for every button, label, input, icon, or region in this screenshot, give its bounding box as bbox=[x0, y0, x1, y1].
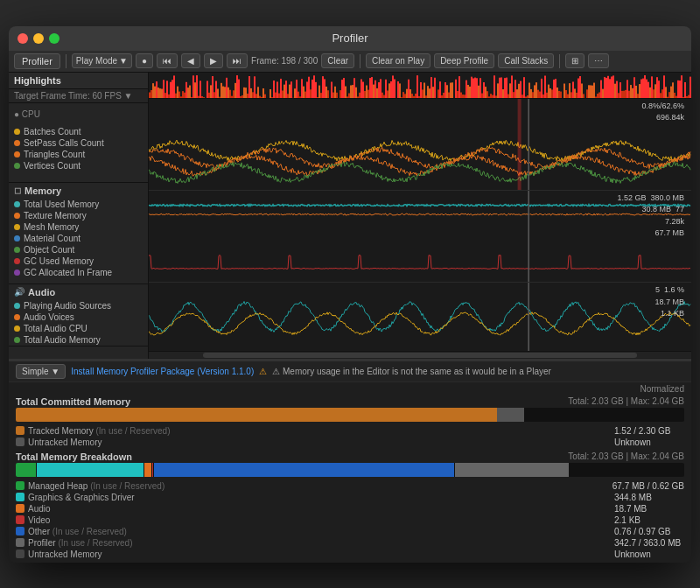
metric-audio-cpu[interactable]: Total Audio CPU bbox=[9, 323, 148, 334]
metric-texture[interactable]: Texture Memory bbox=[9, 210, 148, 221]
metric-gc-frame[interactable]: GC Allocated In Frame bbox=[9, 267, 148, 278]
breakdown-bar-bg bbox=[16, 463, 684, 477]
audio-section: 🔊 Audio Playing Audio Sources Audio Voic… bbox=[9, 284, 148, 346]
committed-title-row: Total Committed Memory Total: 2.03 GB | … bbox=[9, 396, 691, 408]
maximize-button[interactable] bbox=[49, 33, 60, 44]
profiler-tab[interactable]: Profiler bbox=[14, 53, 60, 69]
untracked-breakdown-row: Untracked Memory Unknown bbox=[9, 549, 691, 560]
triangles-label: Triangles Count bbox=[24, 150, 85, 159]
untracked-bd-color bbox=[16, 550, 24, 558]
profiler-color bbox=[16, 538, 24, 547]
more-btn[interactable]: ⋯ bbox=[588, 53, 609, 68]
breakdown-bar-fill bbox=[16, 463, 684, 477]
next-frame-btn[interactable]: ⏭ bbox=[227, 53, 248, 68]
triangles-dot bbox=[14, 151, 20, 158]
metric-vertices[interactable]: Vertices Count bbox=[9, 160, 148, 172]
layout-btn[interactable]: ⊞ bbox=[565, 53, 584, 68]
tracked-sublabel: (In use / Reserved) bbox=[95, 426, 170, 436]
profiler-sublabel: (In use / Reserved) bbox=[58, 538, 132, 548]
target-frame[interactable]: Target Frame Time: 60 FPS ▼ bbox=[9, 89, 148, 103]
minimize-button[interactable] bbox=[33, 33, 44, 44]
material-label: Material Count bbox=[24, 234, 80, 243]
memory-canvas bbox=[149, 191, 691, 282]
audio-header: 🔊 Audio bbox=[9, 284, 148, 300]
chart-scrollbar[interactable] bbox=[149, 351, 691, 358]
graphics-row: Graphics & Graphics Driver 344.8 MB bbox=[9, 492, 691, 503]
vertices-label: Vertices Count bbox=[24, 161, 80, 171]
setpass-label: SetPass Calls Count bbox=[24, 138, 104, 148]
simple-dropdown[interactable]: Simple ▼ bbox=[16, 364, 66, 379]
gc-frame-label: GC Allocated In Frame bbox=[24, 268, 112, 277]
metric-setpass[interactable]: SetPass Calls Count bbox=[9, 137, 148, 149]
profiler-label: Profiler (In use / Reserved) bbox=[28, 538, 611, 548]
other-bar bbox=[154, 463, 455, 477]
memory-section: ◻ Memory Total Used Memory Texture Memor… bbox=[9, 183, 148, 284]
play-mode-dropdown[interactable]: Play Mode ▼ bbox=[72, 53, 132, 68]
managed-heap-value: 67.7 MB / 0.62 GB bbox=[612, 481, 684, 491]
untracked-color bbox=[16, 438, 24, 446]
vertices-dot bbox=[14, 163, 20, 169]
video-row: Video 2.1 KB bbox=[9, 514, 691, 526]
metric-material[interactable]: Material Count bbox=[9, 233, 148, 244]
metric-audio-memory[interactable]: Total Audio Memory bbox=[9, 334, 148, 346]
breakdown-total: Total: 2.03 GB | Max: 2.04 GB bbox=[568, 452, 684, 461]
toolbar-separator-3 bbox=[559, 54, 560, 68]
record-btn[interactable]: ● bbox=[136, 53, 153, 68]
clear-btn[interactable]: Clear bbox=[321, 53, 354, 68]
metric-object[interactable]: Object Count bbox=[9, 244, 148, 256]
install-label[interactable]: Install Memory Profiler Package (Version… bbox=[71, 367, 254, 376]
call-stacks-btn[interactable]: Call Stacks bbox=[498, 53, 554, 68]
audio-bar bbox=[144, 463, 151, 477]
profiler-label-text: Profiler bbox=[28, 538, 56, 548]
prev-frame-btn[interactable]: ⏮ bbox=[157, 53, 178, 68]
audio-sources-label: Playing Audio Sources bbox=[24, 301, 111, 311]
metric-mesh[interactable]: Mesh Memory bbox=[9, 221, 148, 233]
normalized-label: Normalized bbox=[640, 384, 684, 394]
metric-audio-voices[interactable]: Audio Voices bbox=[9, 312, 148, 323]
audio-sources-dot bbox=[14, 303, 20, 309]
committed-bar-fill bbox=[16, 408, 684, 422]
step-fwd-btn[interactable]: ▶ bbox=[204, 53, 223, 68]
tracked-label: Tracked Memory (In use / Reserved) bbox=[28, 426, 611, 436]
profiler-row: Profiler (In use / Reserved) 342.7 / 363… bbox=[9, 537, 691, 549]
metric-triangles[interactable]: Triangles Count bbox=[9, 149, 148, 160]
audio-breakdown-color bbox=[16, 504, 24, 513]
other-row: Other (In use / Reserved) 0.76 / 0.97 GB bbox=[9, 526, 691, 537]
video-label: Video bbox=[28, 515, 611, 525]
profiler-window: Profiler Profiler Play Mode ▼ ● ⏮ ◀ ▶ ⏭ … bbox=[9, 26, 691, 563]
other-label: Other (In use / Reserved) bbox=[28, 527, 611, 536]
deep-profile-btn[interactable]: Deep Profile bbox=[434, 53, 494, 68]
metric-batches[interactable]: Batches Count bbox=[9, 126, 148, 137]
chart-panels: 0.8%/62.6% 696.84k 1.52 GB 380.0 MB 30.8… bbox=[149, 73, 691, 359]
breakdown-bar bbox=[9, 463, 691, 480]
audio-title: Audio bbox=[28, 287, 55, 298]
memory-header: ◻ Memory bbox=[9, 183, 148, 199]
managed-heap-bar bbox=[16, 463, 36, 477]
chart-scrollbar-thumb[interactable] bbox=[203, 353, 637, 358]
mesh-label: Mesh Memory bbox=[24, 222, 79, 232]
total-memory-dot bbox=[14, 201, 20, 207]
audio-cpu-dot bbox=[14, 326, 20, 332]
other-color bbox=[16, 527, 24, 536]
audio-canvas bbox=[149, 283, 691, 351]
audio-icon: 🔊 bbox=[14, 287, 24, 297]
other-sublabel: (In use / Reserved) bbox=[52, 527, 127, 536]
committed-total: Total: 2.03 GB | Max: 2.04 GB bbox=[568, 396, 684, 406]
memory-title: Memory bbox=[24, 186, 61, 196]
graphics-color bbox=[16, 493, 24, 501]
gc-used-label: GC Used Memory bbox=[24, 256, 94, 266]
clear-on-play-btn[interactable]: Clear on Play bbox=[366, 53, 430, 68]
audio-annotations: 5 1.6 % 18.7 MB 1.1 KB bbox=[654, 284, 684, 320]
total-memory-label: Total Used Memory bbox=[24, 200, 99, 209]
step-back-btn[interactable]: ◀ bbox=[181, 53, 200, 68]
memory-icon: ◻ bbox=[14, 186, 21, 195]
timeline-strip bbox=[149, 73, 691, 99]
close-button[interactable] bbox=[18, 33, 28, 44]
metric-total-memory[interactable]: Total Used Memory bbox=[9, 199, 148, 210]
metric-gc-used[interactable]: GC Used Memory bbox=[9, 256, 148, 267]
gc-frame-dot bbox=[14, 270, 20, 276]
main-area: Highlights Target Frame Time: 60 FPS ▼ ●… bbox=[9, 73, 691, 563]
metric-audio-sources[interactable]: Playing Audio Sources bbox=[9, 300, 148, 312]
memory-annotations: 1.52 GB 380.0 MB 30.8 MB 77 7.28k 67.7 M… bbox=[617, 192, 684, 240]
committed-title: Total Committed Memory bbox=[16, 396, 130, 407]
